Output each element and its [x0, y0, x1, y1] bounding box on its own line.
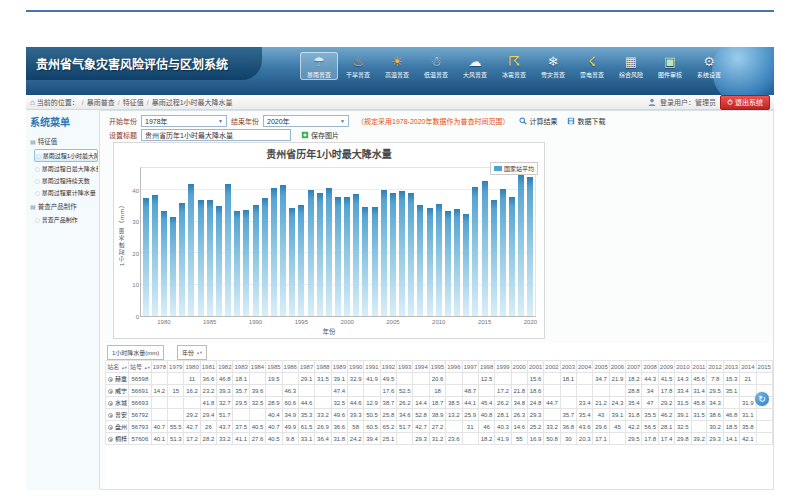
value-cell: 47: [642, 397, 658, 409]
value-cell: 31.5: [675, 397, 691, 409]
value-cell: 35.7: [560, 409, 576, 421]
value-cell: 15.3: [723, 373, 739, 385]
chart-legend[interactable]: 国家站平均: [490, 162, 538, 175]
column-header-year[interactable]: 1987: [298, 361, 314, 373]
column-header-year[interactable]: 2007: [626, 361, 642, 373]
station-radio-button[interactable]: [108, 437, 113, 442]
year-filter[interactable]: 年份 ▲▼: [177, 345, 207, 360]
sidebar-group[interactable]: ▤特征值: [26, 134, 99, 148]
nav-item-label: 雷电普查: [575, 69, 610, 78]
column-header-station-id[interactable]: 站号 ▲▼: [129, 361, 152, 373]
column-header-year[interactable]: 2013: [723, 361, 739, 373]
station-radio-button[interactable]: [108, 377, 113, 382]
nav-item-rainstorm-survey[interactable]: ☂暴雨普查: [300, 52, 338, 80]
nav-item-hail-survey[interactable]: ☈冰雹普查: [495, 52, 533, 80]
value-cell: [315, 385, 331, 397]
column-header-year[interactable]: 1978: [151, 361, 167, 373]
breadcrumb-item[interactable]: 暴雨过程1小时最大降水量: [152, 99, 233, 106]
column-header-year[interactable]: 2009: [658, 361, 674, 373]
column-header-year[interactable]: 1997: [462, 361, 478, 373]
end-year-select[interactable]: 2020年 ▼: [263, 115, 349, 127]
loading-spinner-icon[interactable]: ↻: [755, 392, 769, 406]
column-header-year[interactable]: 1983: [233, 361, 249, 373]
column-header-year[interactable]: 1989: [331, 361, 347, 373]
column-header-year[interactable]: 1980: [184, 361, 200, 373]
start-year-select[interactable]: 1978年 ▼: [141, 115, 227, 127]
column-header-year[interactable]: 2010: [675, 361, 691, 373]
column-header-year[interactable]: 2012: [707, 361, 723, 373]
column-header-year[interactable]: 1996: [446, 361, 462, 373]
save-image-button[interactable]: 保存图片: [301, 130, 339, 140]
value-cell: 42.2: [626, 421, 642, 433]
sort-icon[interactable]: ▲▼: [196, 350, 202, 355]
column-header-year[interactable]: 1992: [380, 361, 396, 373]
column-header-year[interactable]: 2011: [691, 361, 707, 373]
sidebar-item[interactable]: ▢暴雨过程持续天数: [34, 175, 98, 186]
station-radio-button[interactable]: [108, 389, 113, 394]
column-header-year[interactable]: 1979: [168, 361, 184, 373]
bar-2008: [417, 205, 423, 316]
metric-filter[interactable]: 1小时降水量(mm): [107, 345, 164, 360]
column-header-year[interactable]: 1988: [315, 361, 331, 373]
sidebar-item[interactable]: ▢暴雨过程日最大降水量: [34, 163, 98, 174]
column-header-year[interactable]: 2015: [756, 361, 772, 373]
bar-2005: [390, 193, 396, 316]
bar-1982: [179, 203, 185, 316]
nav-item-map-review[interactable]: ▣图件审核: [651, 52, 689, 80]
sort-icon[interactable]: ▲▼: [144, 365, 150, 370]
column-header-year[interactable]: 1993: [397, 361, 413, 373]
column-header-year[interactable]: 2014: [740, 361, 756, 373]
column-header-year[interactable]: 1990: [348, 361, 364, 373]
value-cell: 17.8: [642, 433, 658, 445]
column-header-year[interactable]: 1986: [282, 361, 298, 373]
nav-item-drought-survey[interactable]: ♨干旱普查: [339, 52, 377, 80]
sidebar-item[interactable]: ▢暴雨过程累计降水量: [34, 187, 98, 198]
download-button[interactable]: 数据下载: [567, 116, 605, 126]
column-header-year[interactable]: 1981: [200, 361, 216, 373]
logout-button[interactable]: 退出系统: [720, 95, 770, 110]
nav-item-cold-survey[interactable]: ☃低温普查: [417, 52, 455, 80]
column-header-year[interactable]: 1984: [249, 361, 265, 373]
column-header-station-name[interactable]: 站名 ▲▼: [106, 361, 129, 373]
sidebar-item[interactable]: ▢普查产品制作: [34, 214, 98, 225]
breadcrumb-item[interactable]: 特征值: [123, 99, 144, 106]
value-cell: [511, 373, 527, 385]
station-radio-button[interactable]: [108, 401, 113, 406]
calculate-button[interactable]: 计算结果: [519, 116, 557, 126]
sidebar-item[interactable]: ▢暴雨过程1小时最大降水量: [34, 149, 98, 162]
app-window: 贵州省气象灾害风险评估与区划系统 ☂暴雨普查♨干旱普查☀高温普查☃低温普查☁大风…: [26, 10, 774, 490]
column-header-year[interactable]: 1999: [495, 361, 511, 373]
column-header-year[interactable]: 2006: [609, 361, 625, 373]
bar-1993: [280, 185, 286, 316]
column-header-year[interactable]: 2003: [560, 361, 576, 373]
sidebar-group[interactable]: ▤普查产品制作: [26, 199, 99, 213]
column-header-year[interactable]: 2000: [511, 361, 527, 373]
chart-title-input[interactable]: [141, 129, 291, 141]
column-header-year[interactable]: 1998: [478, 361, 494, 373]
breadcrumb-separator: /: [118, 99, 120, 106]
column-header-year[interactable]: 2002: [544, 361, 560, 373]
column-header-year[interactable]: 1994: [413, 361, 429, 373]
sort-icon[interactable]: ▲▼: [121, 365, 127, 370]
column-header-year[interactable]: 1991: [364, 361, 380, 373]
value-cell: [756, 433, 772, 445]
station-radio-button[interactable]: [108, 425, 113, 430]
column-header-year[interactable]: 2004: [577, 361, 593, 373]
column-header-year[interactable]: 1995: [429, 361, 445, 373]
nav-item-heat-survey[interactable]: ☀高温普查: [378, 52, 416, 80]
column-header-year[interactable]: 1982: [217, 361, 233, 373]
value-cell: 29.3: [527, 409, 543, 421]
breadcrumb-item[interactable]: 暴雨普查: [87, 99, 115, 106]
value-cell: 44.6: [348, 397, 364, 409]
nav-item-system-settings[interactable]: ⚙系统设置: [690, 52, 728, 80]
column-header-year[interactable]: 1985: [266, 361, 282, 373]
column-header-year[interactable]: 2005: [593, 361, 609, 373]
value-cell: [348, 385, 364, 397]
nav-item-composite-risk[interactable]: ▦综合风险: [612, 52, 650, 80]
nav-item-wind-survey[interactable]: ☁大风普查: [456, 52, 494, 80]
nav-item-lightning-survey[interactable]: ☇雷电普查: [573, 52, 611, 80]
column-header-year[interactable]: 2008: [642, 361, 658, 373]
column-header-year[interactable]: 2001: [527, 361, 543, 373]
nav-item-snow-survey[interactable]: ❄雪灾普查: [534, 52, 572, 80]
station-radio-button[interactable]: [108, 413, 113, 418]
